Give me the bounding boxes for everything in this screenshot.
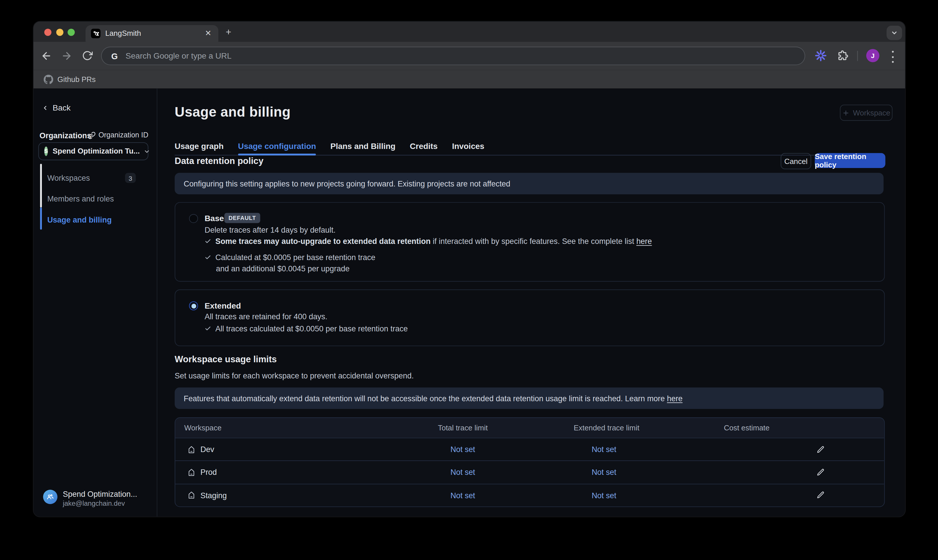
organization-selector[interactable]: S Spend Optimization Tu... (39, 142, 148, 160)
total-limit-prod[interactable]: Not set (451, 461, 475, 483)
close-tab-icon[interactable]: ✕ (203, 28, 213, 39)
user-email: jake@langchain.dev (63, 500, 137, 507)
github-icon (44, 74, 53, 84)
total-limit-dev[interactable]: Not set (451, 438, 475, 460)
chevron-down-icon (143, 148, 150, 155)
see-complete-list-link[interactable]: here (636, 237, 652, 246)
cancel-button[interactable]: Cancel (781, 153, 811, 169)
workspace-icon (187, 491, 196, 499)
organization-avatar: S (44, 147, 48, 156)
tab-usage-graph[interactable]: Usage graph (175, 140, 223, 155)
col-extended-trace-limit: Extended trace limit (574, 418, 639, 438)
forward-icon[interactable] (61, 50, 72, 62)
edit-dev-button[interactable] (817, 438, 825, 460)
col-total-trace-limit: Total trace limit (438, 418, 488, 438)
limits-info-banner: Features that automatically extend data … (175, 388, 884, 409)
sidebar-item-members-and-roles[interactable]: Members and roles (47, 193, 114, 204)
workspace-icon (187, 468, 196, 477)
base-description: Delete traces after 14 days by default. (205, 225, 336, 234)
base-radio[interactable] (189, 214, 198, 223)
table-row-prod: Prod Not set Not set (175, 461, 884, 483)
col-cost-estimate: Cost estimate (724, 418, 769, 438)
table-row-staging: Staging Not set Not set (175, 483, 884, 506)
edit-prod-button[interactable] (817, 461, 825, 483)
workspace-icon (187, 445, 196, 454)
reload-icon[interactable] (82, 50, 93, 61)
retention-heading: Data retention policy (175, 155, 263, 166)
extended-radio[interactable] (189, 302, 198, 310)
pencil-icon (817, 468, 825, 477)
browser-profile-avatar[interactable]: J (866, 49, 879, 62)
save-retention-policy-button[interactable]: Save retention policy (815, 153, 885, 168)
back-label: Back (52, 103, 71, 112)
link-icon (88, 131, 95, 139)
extensions-puzzle-icon[interactable] (837, 50, 849, 62)
tab-credits[interactable]: Credits (410, 140, 437, 155)
bookmarks-bar: Github PRs (34, 70, 905, 88)
pencil-icon (817, 491, 825, 499)
screen: LangSmith ✕ + G Search Google or type a … (0, 0, 938, 560)
tab-invoices[interactable]: Invoices (452, 140, 484, 155)
extended-bullet-pricing: All traces calculated at $0.0050 per bas… (205, 324, 408, 333)
browser-window: LangSmith ✕ + G Search Google or type a … (34, 22, 905, 517)
edit-staging-button[interactable] (817, 484, 825, 506)
tab-title: LangSmith (105, 29, 141, 38)
sidebar-nav-active-indicator (40, 208, 42, 230)
titlebar-chevron-button[interactable] (887, 26, 902, 40)
people-icon (46, 493, 55, 501)
limits-banner-text: Features that automatically extend data … (184, 394, 683, 403)
organizations-heading: Organizations (40, 131, 92, 140)
google-logo-icon: G (111, 51, 118, 61)
tab-plans-and-billing[interactable]: Plans and Billing (330, 140, 395, 155)
extension-starburst-icon[interactable] (814, 49, 827, 62)
extended-limit-staging[interactable]: Not set (592, 484, 616, 506)
base-bullet-pricing: Calculated at $0.0005 per base retention… (205, 253, 375, 262)
pencil-icon (817, 445, 825, 454)
workspace-limits-table: Workspace Total trace limit Extended tra… (175, 417, 885, 507)
tab-usage-configuration[interactable]: Usage configuration (238, 140, 316, 155)
base-label: Base (205, 214, 224, 223)
base-retention-option-card: Base DEFAULT Delete traces after 14 days… (175, 202, 885, 282)
workspaces-count-badge: 3 (125, 173, 136, 183)
user-profile[interactable]: Spend Optimization... jake@langchain.dev (43, 490, 137, 507)
sidebar-item-usage-and-billing[interactable]: Usage and billing (47, 214, 112, 225)
sidebar-item-workspaces[interactable]: Workspaces (47, 172, 90, 183)
page-title: Usage and billing (175, 104, 291, 120)
organization-name: Spend Optimization Tu... (52, 147, 140, 155)
base-bullet-auto-upgrade: Some traces may auto-upgrade to extended… (205, 237, 652, 246)
default-badge: DEFAULT (224, 213, 260, 223)
back-button[interactable]: Back (42, 103, 71, 112)
add-workspace-label: Workspace (853, 109, 890, 117)
total-limit-staging[interactable]: Not set (451, 484, 475, 506)
url-placeholder: Search Google or type a URL (126, 51, 232, 60)
extended-limit-dev[interactable]: Not set (592, 438, 616, 460)
organization-id-label: Organization ID (99, 131, 148, 139)
bookmark-github-prs[interactable]: Github PRs (39, 72, 100, 86)
langsmith-app: Back Organizations Organization ID S Spe… (34, 89, 905, 517)
langsmith-favicon-icon (91, 29, 100, 38)
extended-limit-prod[interactable]: Not set (592, 461, 616, 483)
url-bar[interactable]: G Search Google or type a URL (102, 47, 805, 65)
browser-titlebar: LangSmith ✕ + (34, 22, 905, 42)
extended-description: All traces are retained for 400 days. (205, 312, 327, 321)
close-window-button[interactable] (44, 28, 51, 35)
check-icon (205, 325, 211, 332)
bookmark-label: Github PRs (57, 75, 95, 83)
limits-heading: Workspace usage limits (175, 354, 277, 364)
new-tab-button[interactable]: + (223, 27, 234, 37)
back-icon[interactable] (41, 50, 52, 62)
table-row-dev: Dev Not set Not set (175, 438, 884, 460)
retention-banner-text: Configuring this setting applies to new … (184, 179, 510, 188)
user-name: Spend Optimization... (63, 490, 137, 499)
learn-more-link[interactable]: here (667, 394, 683, 403)
browser-menu-icon[interactable] (890, 50, 895, 64)
sidebar-divider (157, 89, 157, 517)
organization-id-button[interactable]: Organization ID (88, 131, 148, 139)
minimize-window-button[interactable] (56, 28, 63, 35)
browser-tab[interactable]: LangSmith ✕ (85, 25, 218, 42)
check-icon (205, 238, 211, 245)
browser-toolbar: G Search Google or type a URL J (34, 42, 905, 70)
chevron-left-icon (42, 105, 49, 111)
add-workspace-button[interactable]: Workspace (840, 105, 892, 121)
maximize-window-button[interactable] (68, 28, 75, 35)
